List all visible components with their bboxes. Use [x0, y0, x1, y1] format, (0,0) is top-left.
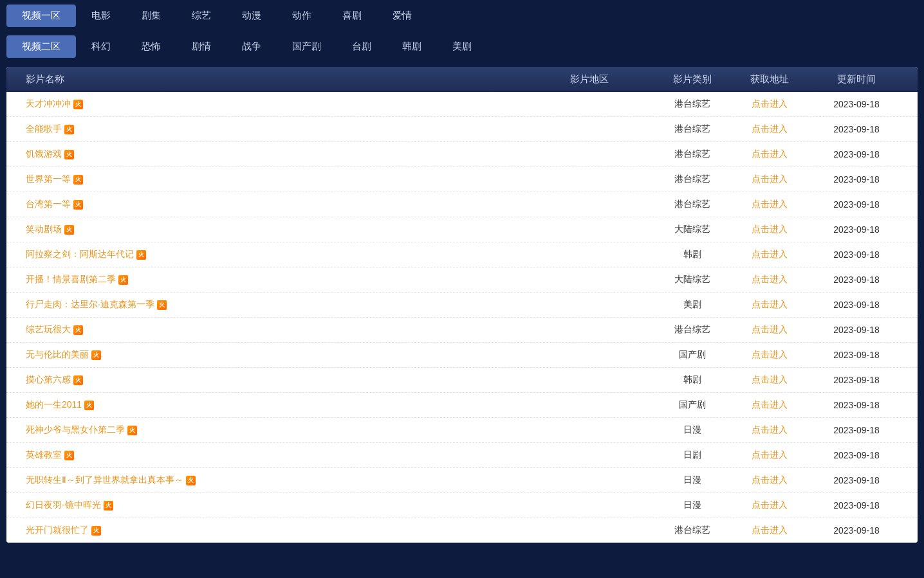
fire-badge: 火	[73, 175, 83, 185]
cell-link[interactable]: 点击进入	[731, 424, 808, 436]
cell-time: 2023-09-18	[808, 525, 905, 536]
cell-link[interactable]: 点击进入	[731, 174, 808, 185]
cell-title: 无与伦比的美丽 火	[19, 349, 525, 361]
cell-title: 阿拉察之剑：阿斯达年代记 火	[19, 249, 525, 260]
nav1-item-3[interactable]: 综艺	[176, 5, 226, 27]
cell-time: 2023-09-18	[808, 275, 905, 285]
table-row: 综艺玩很大 火 港台综艺 点击进入 2023-09-18	[6, 318, 918, 343]
nav2-item-1[interactable]: 科幻	[76, 35, 126, 58]
nav1-item-2[interactable]: 剧集	[126, 5, 176, 27]
cell-type: 港台综艺	[654, 149, 731, 160]
nav2-item-7[interactable]: 韩剧	[387, 35, 437, 58]
cell-type: 港台综艺	[654, 174, 731, 185]
cell-link[interactable]: 点击进入	[731, 500, 808, 511]
fire-badge: 火	[118, 275, 128, 285]
cell-title: 无职转生Ⅱ～到了异世界就拿出真本事～ 火	[19, 474, 525, 486]
cell-time: 2023-09-18	[808, 350, 905, 360]
cell-type: 港台综艺	[654, 98, 731, 110]
cell-title: 英雄教室 火	[19, 449, 525, 461]
col-header-time: 更新时间	[808, 73, 905, 86]
cell-title: 笑动剧场 火	[19, 224, 525, 235]
cell-title: 她的一生2011 火	[19, 399, 525, 411]
cell-link[interactable]: 点击进入	[731, 149, 808, 160]
table-row: 英雄教室 火 日剧 点击进入 2023-09-18	[6, 443, 918, 468]
col-header-region: 影片地区	[525, 73, 654, 86]
cell-type: 港台综艺	[654, 324, 731, 336]
nav1-item-0[interactable]: 视频一区	[6, 5, 76, 27]
cell-time: 2023-09-18	[808, 99, 905, 109]
fire-badge: 火	[64, 225, 74, 235]
cell-title: 开播！情景喜剧第二季 火	[19, 274, 525, 285]
cell-title: 世界第一等 火	[19, 174, 525, 185]
cell-type: 国产剧	[654, 399, 731, 411]
cell-time: 2023-09-18	[808, 174, 905, 185]
cell-link[interactable]: 点击进入	[731, 349, 808, 361]
cell-type: 港台综艺	[654, 123, 731, 135]
nav1-item-5[interactable]: 动作	[277, 5, 327, 27]
cell-title: 台湾第一等 火	[19, 199, 525, 210]
cell-link[interactable]: 点击进入	[731, 224, 808, 235]
cell-link[interactable]: 点击进入	[731, 274, 808, 285]
cell-link[interactable]: 点击进入	[731, 299, 808, 311]
cell-link[interactable]: 点击进入	[731, 249, 808, 260]
nav2-item-5[interactable]: 国产剧	[277, 35, 337, 58]
fire-badge: 火	[186, 476, 196, 485]
cell-title: 全能歌手 火	[19, 123, 525, 135]
nav2-item-6[interactable]: 台剧	[337, 35, 387, 58]
table-row: 饥饿游戏 火 港台综艺 点击进入 2023-09-18	[6, 142, 918, 167]
fire-badge: 火	[91, 350, 101, 360]
table-row: 笑动剧场 火 大陆综艺 点击进入 2023-09-18	[6, 217, 918, 242]
nav1-item-7[interactable]: 爱情	[377, 5, 427, 27]
cell-title: 光开门就很忙了 火	[19, 525, 525, 536]
cell-link[interactable]: 点击进入	[731, 399, 808, 411]
cell-time: 2023-09-18	[808, 325, 905, 335]
cell-type: 港台综艺	[654, 199, 731, 210]
table-row: 她的一生2011 火 国产剧 点击进入 2023-09-18	[6, 393, 918, 418]
table-row: 世界第一等 火 港台综艺 点击进入 2023-09-18	[6, 167, 918, 192]
cell-time: 2023-09-18	[808, 124, 905, 134]
cell-link[interactable]: 点击进入	[731, 324, 808, 336]
cell-time: 2023-09-18	[808, 224, 905, 235]
fire-badge: 火	[73, 375, 83, 385]
table-row: 无与伦比的美丽 火 国产剧 点击进入 2023-09-18	[6, 343, 918, 368]
table-row: 行尸走肉：达里尔·迪克森第一季 火 美剧 点击进入 2023-09-18	[6, 293, 918, 318]
cell-type: 国产剧	[654, 349, 731, 361]
cell-type: 日剧	[654, 449, 731, 461]
cell-title: 幻日夜羽-镜中晖光 火	[19, 500, 525, 511]
cell-time: 2023-09-18	[808, 249, 905, 260]
cell-link[interactable]: 点击进入	[731, 123, 808, 135]
table-row: 阿拉察之剑：阿斯达年代记 火 韩剧 点击进入 2023-09-18	[6, 242, 918, 267]
cell-title: 行尸走肉：达里尔·迪克森第一季 火	[19, 299, 525, 311]
table-row: 摸心第六感 火 韩剧 点击进入 2023-09-18	[6, 368, 918, 393]
nav2-item-0[interactable]: 视频二区	[6, 35, 76, 58]
cell-time: 2023-09-18	[808, 149, 905, 159]
cell-link[interactable]: 点击进入	[731, 374, 808, 386]
col-header-link: 获取地址	[731, 73, 808, 86]
nav1-item-1[interactable]: 电影	[76, 5, 126, 27]
cell-title: 饥饿游戏 火	[19, 149, 525, 160]
cell-time: 2023-09-18	[808, 425, 905, 435]
cell-type: 大陆综艺	[654, 274, 731, 285]
nav2-item-3[interactable]: 剧情	[176, 35, 226, 58]
cell-link[interactable]: 点击进入	[731, 98, 808, 110]
cell-title: 综艺玩很大 火	[19, 324, 525, 336]
cell-type: 韩剧	[654, 249, 731, 260]
table-row: 幻日夜羽-镜中晖光 火 日漫 点击进入 2023-09-18	[6, 493, 918, 518]
cell-link[interactable]: 点击进入	[731, 449, 808, 461]
nav1-item-4[interactable]: 动漫	[226, 5, 277, 27]
cell-link[interactable]: 点击进入	[731, 199, 808, 210]
nav2-item-4[interactable]: 战争	[226, 35, 277, 58]
table-row: 死神少爷与黑女仆第二季 火 日漫 点击进入 2023-09-18	[6, 418, 918, 443]
nav1-item-6[interactable]: 喜剧	[327, 5, 377, 27]
fire-badge: 火	[64, 125, 74, 134]
cell-link[interactable]: 点击进入	[731, 525, 808, 536]
nav-row-1: 视频一区 电影 剧集 综艺 动漫 动作 喜剧 爱情	[0, 0, 924, 31]
nav2-item-8[interactable]: 美剧	[437, 35, 487, 58]
fire-badge: 火	[136, 250, 146, 260]
cell-title: 摸心第六感 火	[19, 374, 525, 386]
cell-time: 2023-09-18	[808, 475, 905, 485]
nav2-item-2[interactable]: 恐怖	[126, 35, 176, 58]
table-row: 台湾第一等 火 港台综艺 点击进入 2023-09-18	[6, 192, 918, 217]
cell-link[interactable]: 点击进入	[731, 474, 808, 486]
cell-type: 日漫	[654, 500, 731, 511]
